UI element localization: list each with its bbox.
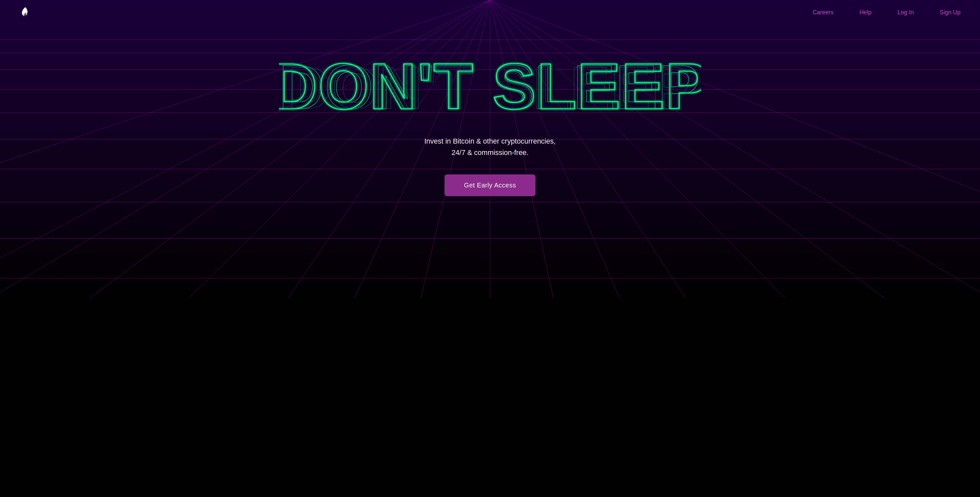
login-link[interactable]: Log In: [897, 9, 914, 16]
navbar: Careers Help Log In Sign Up: [0, 0, 980, 25]
hero-section: DON'T SLEEP DON'T SLEEP DON'T SLEEP Inve…: [0, 25, 980, 196]
subtitle: Invest in Bitcoin & other cryptocurrenci…: [425, 135, 556, 158]
page-wrapper: Careers Help Log In Sign Up: [0, 0, 980, 497]
careers-link[interactable]: Careers: [813, 9, 834, 16]
svg-text:DON'T SLEEP: DON'T SLEEP: [288, 54, 692, 121]
signup-link[interactable]: Sign Up: [940, 9, 961, 16]
nav-links: Careers Help Log In Sign Up: [813, 9, 961, 16]
logo-area: [19, 6, 31, 18]
hero-headline: DON'T SLEEP DON'T SLEEP DON'T SLEEP: [279, 51, 701, 123]
help-link[interactable]: Help: [859, 9, 872, 16]
logo-icon: [19, 6, 31, 18]
cta-button[interactable]: Get Early Access: [445, 174, 535, 196]
